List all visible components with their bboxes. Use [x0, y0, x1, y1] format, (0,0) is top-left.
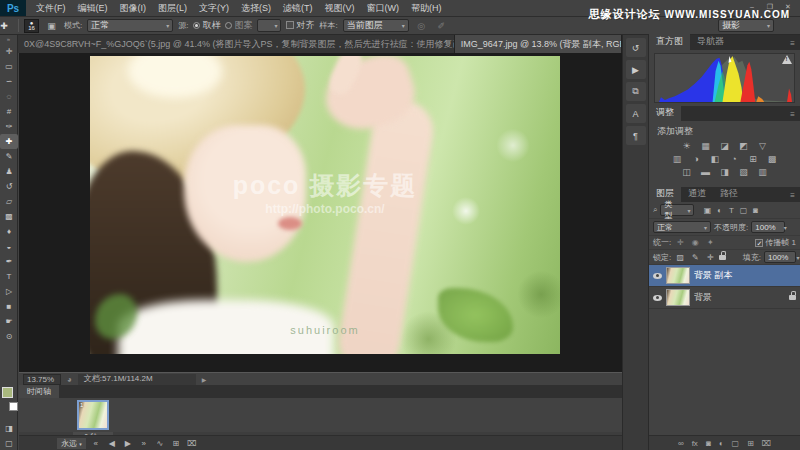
hue-saturation-icon[interactable]: ▥: [671, 154, 683, 164]
dodge-tool[interactable]: ◒: [0, 239, 18, 254]
paragraph-panel-icon[interactable]: ¶: [626, 126, 646, 145]
new-layer-icon[interactable]: ⊞: [747, 439, 754, 448]
sample-dropdown[interactable]: 当前图层 ▾: [343, 19, 409, 32]
eyedropper-tool[interactable]: ✑: [0, 119, 18, 134]
color-balance-icon[interactable]: ◑: [690, 154, 702, 164]
layer-row[interactable]: 背景 副本: [649, 265, 800, 287]
lock-position-icon[interactable]: ✛: [704, 253, 716, 262]
move-tool[interactable]: ✛: [0, 44, 18, 59]
photo-filter-icon[interactable]: ◔: [728, 154, 740, 164]
threshold-icon[interactable]: ◨: [719, 167, 731, 177]
first-frame-button[interactable]: «: [88, 439, 104, 448]
posterize-icon[interactable]: ▬: [700, 167, 712, 177]
menu-item[interactable]: 视图(V): [319, 2, 361, 15]
tab-channels[interactable]: 通道: [681, 185, 713, 202]
vibrance-icon[interactable]: ▽: [757, 141, 769, 151]
background-color-swatch[interactable]: [9, 402, 18, 411]
panel-menu-icon[interactable]: ≡: [785, 189, 800, 202]
collapse-toolbar-icon[interactable]: »: [0, 35, 17, 44]
filter-adjustment-icon[interactable]: ◐: [713, 206, 725, 215]
filter-shape-icon[interactable]: ▢: [737, 206, 749, 215]
visibility-eye-icon[interactable]: [653, 295, 662, 301]
layer-row[interactable]: 背景: [649, 287, 800, 309]
quick-selection-tool[interactable]: ◌: [0, 89, 18, 104]
aligned-checkbox[interactable]: 对齐: [286, 19, 314, 32]
filter-type-dropdown[interactable]: 类型 ▾: [660, 204, 694, 216]
add-mask-icon[interactable]: ◙: [706, 439, 711, 448]
menu-item[interactable]: 选择(S): [235, 2, 277, 15]
previous-frame-button[interactable]: ◀: [104, 439, 120, 448]
selective-color-icon[interactable]: ▧: [738, 167, 750, 177]
filter-image-icon[interactable]: ▣: [701, 206, 713, 215]
character-panel-icon[interactable]: A: [626, 104, 646, 123]
delete-frame-button[interactable]: ⌧: [184, 439, 200, 448]
channel-mixer-icon[interactable]: ⊞: [747, 154, 759, 164]
panel-menu-icon[interactable]: ≡: [785, 108, 800, 121]
menu-item[interactable]: 滤镜(T): [277, 2, 319, 15]
layer-style-icon[interactable]: fx: [692, 439, 698, 448]
brightness-contrast-icon[interactable]: ☀: [681, 141, 693, 151]
shape-tool[interactable]: ■: [0, 299, 18, 314]
levels-icon[interactable]: ▦: [700, 141, 712, 151]
zoom-level-field[interactable]: 13.75%: [23, 374, 61, 385]
loop-dropdown[interactable]: 永远 ▾: [57, 438, 86, 449]
quick-mask-icon[interactable]: ◨: [0, 421, 18, 436]
menu-item[interactable]: 窗口(W): [361, 2, 406, 15]
animation-frame[interactable]: 1: [77, 400, 109, 430]
cached-data-warning-icon[interactable]: [782, 55, 792, 64]
opacity-dropdown[interactable]: 100% ▾: [751, 221, 785, 233]
tab-adjustments[interactable]: 调整: [649, 104, 681, 121]
marquee-tool[interactable]: ▭: [0, 59, 18, 74]
ignore-adjustment-icon[interactable]: ◎: [414, 19, 429, 32]
fill-dropdown[interactable]: 100% ▾: [764, 251, 796, 263]
black-white-icon[interactable]: ◧: [709, 154, 721, 164]
tab-histogram[interactable]: 直方图: [649, 33, 690, 50]
menu-item[interactable]: 编辑(E): [72, 2, 114, 15]
type-tool[interactable]: T: [0, 269, 18, 284]
status-expand-icon[interactable]: ▶: [202, 376, 207, 383]
pen-tool[interactable]: ✒: [0, 254, 18, 269]
color-lookup-icon[interactable]: ▩: [766, 154, 778, 164]
duplicate-frame-button[interactable]: ⊞: [168, 439, 184, 448]
play-button[interactable]: ▶: [120, 439, 136, 448]
delete-layer-icon[interactable]: ⌧: [762, 439, 771, 448]
history-panel-icon[interactable]: ↺: [626, 38, 646, 57]
panel-menu-icon[interactable]: ≡: [785, 37, 800, 50]
hand-tool[interactable]: ☛: [0, 314, 18, 329]
lock-all-icon[interactable]: [719, 255, 726, 260]
healing-brush-tool[interactable]: ✚: [0, 134, 18, 149]
tween-button[interactable]: ∿: [152, 439, 168, 448]
unify-style-icon[interactable]: ✦: [704, 238, 716, 247]
tab-paths[interactable]: 路径: [713, 185, 745, 202]
zoom-tool[interactable]: ⊙: [0, 329, 18, 344]
tablet-pressure-icon[interactable]: ✐: [434, 19, 449, 32]
tab-navigator[interactable]: 导航器: [690, 33, 731, 50]
lock-transparency-icon[interactable]: ▨: [674, 253, 686, 262]
unify-visibility-icon[interactable]: ◉: [689, 238, 701, 247]
filter-type-icon[interactable]: T: [725, 206, 737, 215]
menu-item[interactable]: 文件(F): [30, 2, 72, 15]
new-adjustment-icon[interactable]: ◐: [719, 439, 724, 448]
healing-brush-icon[interactable]: ✚: [4, 19, 19, 32]
sampled-radio[interactable]: 取样: [193, 19, 220, 32]
tab-timeline[interactable]: 时间轴: [19, 385, 59, 398]
gradient-tool[interactable]: ▩: [0, 209, 18, 224]
pattern-picker-dropdown[interactable]: ▾: [257, 19, 281, 32]
new-group-icon[interactable]: ▢: [732, 439, 740, 448]
screen-mode-icon[interactable]: ▢: [0, 436, 18, 450]
menu-item[interactable]: 文字(Y): [193, 2, 235, 15]
gradient-map-icon[interactable]: ▥: [757, 167, 769, 177]
brush-preset-picker[interactable]: ● 16: [24, 19, 39, 33]
path-selection-tool[interactable]: ▷: [0, 284, 18, 299]
invert-icon[interactable]: ◫: [681, 167, 693, 177]
next-frame-button[interactable]: »: [136, 439, 152, 448]
clone-source-panel-icon[interactable]: ⧉: [626, 82, 646, 101]
lasso-tool[interactable]: ∽: [0, 74, 18, 89]
eraser-tool[interactable]: ▱: [0, 194, 18, 209]
crop-tool[interactable]: #: [0, 104, 18, 119]
mode-dropdown[interactable]: 正常 ▾: [87, 19, 173, 32]
document-tab[interactable]: 0X@4S9C8RVH~F_%GJOQ6`(5.jpg @ 41.4% (将图片…: [18, 35, 455, 53]
toggle-panel-icon[interactable]: ▣: [44, 19, 59, 32]
menu-item[interactable]: 图像(I): [114, 2, 153, 15]
pattern-radio[interactable]: 图案: [225, 19, 252, 32]
